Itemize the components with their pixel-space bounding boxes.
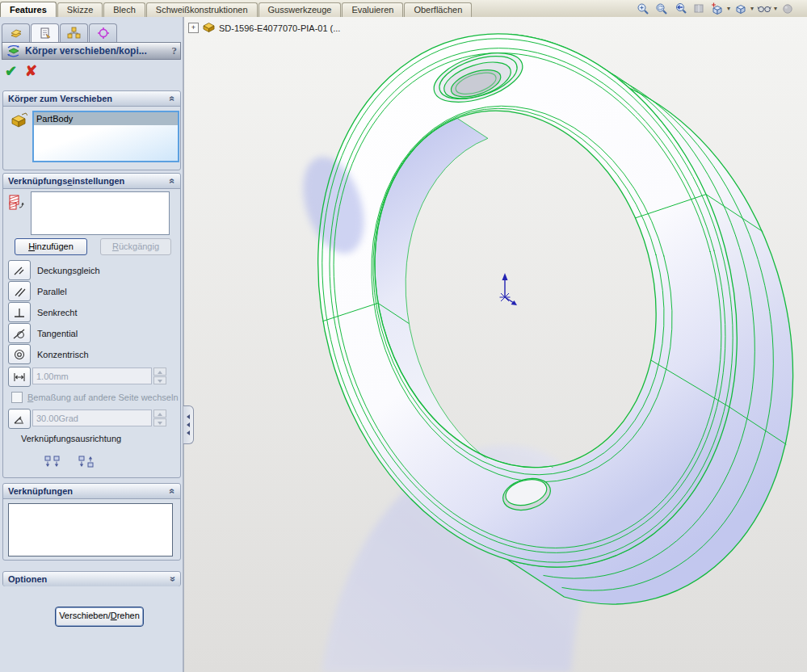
tree-part-name[interactable]: SD-1596-E4077070-PIA-01 (... <box>219 23 340 33</box>
collapse-chevron-icon: « <box>169 489 177 494</box>
display-style-icon[interactable] <box>733 2 749 16</box>
concentric-label: Konzentrisch <box>37 350 89 359</box>
bodies-group-label: Körper zum Verschieben <box>8 94 170 103</box>
collapse-chevron-icon: « <box>169 178 177 184</box>
feature-manager-tab[interactable] <box>2 23 30 42</box>
mate-row-perpendicular: Senkrecht <box>8 303 78 321</box>
mate-settings-group: Verknüpfungseinstellungen « Hinzufügen R… <box>2 173 181 478</box>
body-select-icon <box>10 112 27 130</box>
bodies-group-header[interactable]: Körper zum Verschieben « <box>3 91 180 107</box>
zoom-to-fit-icon[interactable] <box>635 2 651 16</box>
mate-row-concentric: Konzentrisch <box>8 345 89 363</box>
panel-title: Körper verschieben/kopi... <box>25 45 169 57</box>
flip-dimension-label: Bemaßung auf andere Seite wechseln <box>27 393 179 402</box>
confirm-row: ✔ ✘ <box>5 63 37 79</box>
flip-dimension-row: Bemaßung auf andere Seite wechseln <box>11 392 179 403</box>
body-list-item[interactable]: PartBody <box>34 112 178 125</box>
aligned-button[interactable] <box>40 452 65 471</box>
mate-entities-icon <box>7 193 27 214</box>
concentric-button[interactable] <box>8 344 31 364</box>
distance-button[interactable] <box>8 367 31 387</box>
dimxpert-icon <box>97 27 110 40</box>
mate-settings-label: Verknüpfungseinstellungen <box>8 176 170 186</box>
tab-oberflaechen[interactable]: Oberflächen <box>404 2 472 17</box>
ok-button[interactable]: ✔ <box>5 63 17 79</box>
perpendicular-button[interactable] <box>8 302 31 322</box>
mate-alignment-label: Verknüpfungsausrichtung <box>21 434 121 443</box>
anti-aligned-button[interactable] <box>74 452 99 471</box>
distance-spinner <box>153 368 166 384</box>
expand-chevron-icon: « <box>169 577 177 582</box>
tab-gusswerkzeuge[interactable]: Gusswerkzeuge <box>258 2 342 17</box>
tab-skizze[interactable]: Skizze <box>57 2 103 17</box>
feature-manager-icon <box>10 27 23 40</box>
property-manager-tab[interactable] <box>31 23 59 42</box>
configuration-manager-tab[interactable] <box>60 23 88 42</box>
move-copy-body-icon <box>6 44 22 58</box>
tab-evaluieren[interactable]: Evaluieren <box>342 2 403 17</box>
bodies-listbox[interactable]: PartBody <box>32 111 179 162</box>
tab-features[interactable]: Features <box>0 2 57 17</box>
mate-row-tangent: Tangential <box>8 324 78 342</box>
zoom-to-area-icon[interactable] <box>654 2 670 16</box>
add-button[interactable]: Hinzufügen <box>15 238 87 255</box>
part-icon <box>202 20 216 36</box>
tangent-button[interactable] <box>8 323 31 343</box>
collapse-chevron-icon: « <box>169 96 177 102</box>
display-style-dropdown[interactable]: ▾ <box>750 5 754 12</box>
edit-appearance-icon <box>780 2 796 16</box>
tab-schweisskonstruktionen[interactable]: Schweißkonstruktionen <box>146 2 258 17</box>
property-manager-title-bar: Körper verschieben/kopi... ? <box>2 42 181 60</box>
mates-group-label: Verknüpfungen <box>8 486 170 496</box>
options-group: Optionen « <box>2 571 181 586</box>
angle-button[interactable] <box>8 409 31 429</box>
tab-blech[interactable]: Blech <box>103 2 145 17</box>
solidworks-window: { "ribbon": { "tabs": [ {"label": "Featu… <box>0 0 807 672</box>
angle-spinner <box>153 410 166 426</box>
mate-settings-header[interactable]: Verknüpfungseinstellungen « <box>3 174 180 189</box>
perpendicular-label: Senkrecht <box>37 308 78 317</box>
angle-input <box>32 410 152 426</box>
parallel-button[interactable] <box>8 281 31 301</box>
graphics-viewport[interactable] <box>184 17 807 672</box>
flyout-feature-tree: + SD-1596-E4077070-PIA-01 (... <box>188 20 340 36</box>
tangent-label: Tangential <box>37 329 78 338</box>
view-toolbar: ▾ ▾ ▾ <box>635 1 796 16</box>
distance-row <box>8 368 31 386</box>
hide-show-items-dropdown[interactable]: ▾ <box>774 5 777 12</box>
coincident-label: Deckungsgleich <box>37 266 100 275</box>
coincident-button[interactable] <box>8 260 31 280</box>
property-manager-icon <box>39 27 52 40</box>
angle-row <box>8 410 31 428</box>
cancel-button[interactable]: ✘ <box>25 63 37 79</box>
view-orientation-icon[interactable] <box>709 2 725 16</box>
distance-input <box>32 368 152 384</box>
mates-listbox[interactable] <box>8 503 173 556</box>
mates-group-header[interactable]: Verknüpfungen « <box>3 484 180 499</box>
dimxpert-manager-tab[interactable] <box>89 23 117 42</box>
hide-show-items-icon[interactable] <box>756 2 772 16</box>
manager-tab-strip <box>2 23 117 42</box>
alignment-buttons <box>40 452 99 471</box>
undo-button: Rückgängig <box>100 238 171 255</box>
bodies-group: Körper zum Verschieben « PartBody <box>2 90 181 170</box>
mate-entities-listbox[interactable] <box>31 191 170 235</box>
property-manager-panel: Körper verschieben/kopi... ? ✔ ✘ Körper … <box>0 17 184 672</box>
move-rotate-button[interactable]: Verschieben/Drehen <box>55 607 144 627</box>
options-group-label: Optionen <box>8 574 170 584</box>
flip-dimension-checkbox <box>11 392 23 403</box>
view-orientation-dropdown[interactable]: ▾ <box>727 5 730 12</box>
panel-splitter-handle[interactable] <box>183 405 194 444</box>
options-group-header[interactable]: Optionen « <box>3 572 180 586</box>
section-view-icon <box>691 2 707 16</box>
mate-row-parallel: Parallel <box>8 282 67 300</box>
configuration-manager-icon <box>67 27 81 40</box>
mates-group: Verknüpfungen « <box>2 483 181 561</box>
tree-expander[interactable]: + <box>188 23 199 33</box>
help-button[interactable]: ? <box>172 44 178 57</box>
mate-row-coincident: Deckungsgleich <box>8 261 100 279</box>
parallel-label: Parallel <box>37 287 67 296</box>
previous-view-icon[interactable] <box>672 2 688 16</box>
